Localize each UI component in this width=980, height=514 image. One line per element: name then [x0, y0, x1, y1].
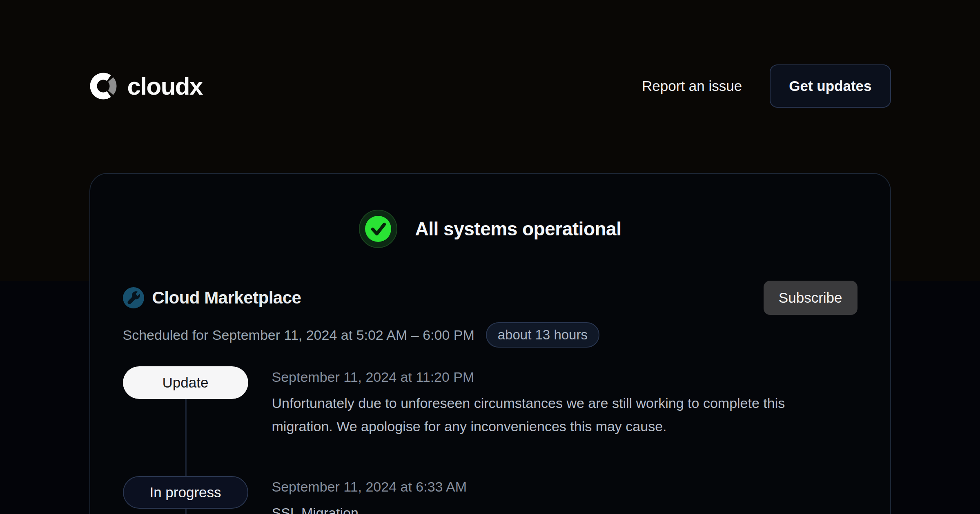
status-heading: All systems operational [415, 218, 621, 240]
maintenance-header: Cloud Marketplace Subscribe [123, 281, 858, 315]
status-banner: All systems operational [123, 210, 858, 248]
duration-badge: about 13 hours [486, 322, 599, 348]
subscribe-button[interactable]: Subscribe [764, 281, 858, 315]
wrench-icon [123, 287, 144, 308]
status-card: All systems operational Cloud Marketplac… [89, 173, 891, 514]
get-updates-button[interactable]: Get updates [770, 64, 891, 108]
cloudx-logo-icon [89, 72, 117, 100]
brand: cloudx [89, 72, 203, 100]
event-body: September 11, 2024 at 6:33 AM SSL Migrat… [272, 476, 467, 514]
header-actions: Report an issue Get updates [639, 64, 891, 108]
timeline-item-in-progress: In progress September 11, 2024 at 6:33 A… [123, 476, 858, 514]
check-icon [365, 216, 391, 242]
status-pill-in-progress: In progress [123, 476, 248, 509]
event-timestamp: September 11, 2024 at 11:20 PM [272, 369, 791, 385]
brand-name: cloudx [127, 72, 203, 100]
status-pill-update: Update [123, 366, 248, 399]
schedule-text: Scheduled for September 11, 2024 at 5:02… [123, 327, 474, 343]
site-header: cloudx Report an issue Get updates [89, 64, 891, 108]
maintenance-title: Cloud Marketplace [152, 288, 301, 308]
schedule-row: Scheduled for September 11, 2024 at 5:02… [123, 322, 858, 348]
event-timestamp: September 11, 2024 at 6:33 AM [272, 479, 467, 495]
timeline-item-update: Update September 11, 2024 at 11:20 PM Un… [123, 366, 858, 438]
report-issue-link[interactable]: Report an issue [639, 78, 744, 95]
event-message: SSL Migration [272, 501, 467, 514]
event-body: September 11, 2024 at 11:20 PM Unfortuna… [272, 366, 791, 438]
event-message: Unfortunately due to unforeseen circumst… [272, 392, 791, 438]
status-ok-halo [359, 210, 397, 248]
event-timeline: Update September 11, 2024 at 11:20 PM Un… [123, 366, 858, 514]
page-container: cloudx Report an issue Get updates All s… [89, 64, 891, 514]
